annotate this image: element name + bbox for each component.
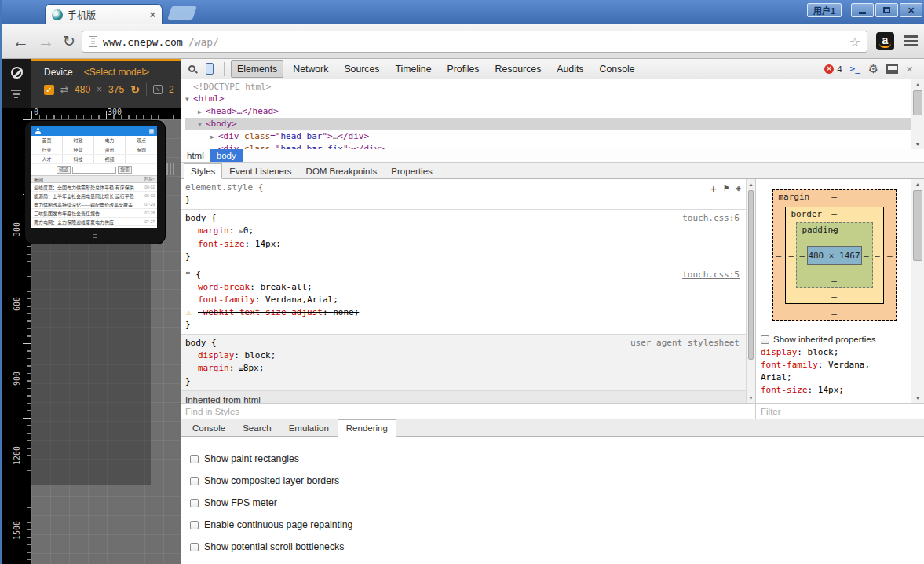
rule-star-touchcss5[interactable]: touch.css:5 * { word-break: break-all; f…	[181, 266, 746, 335]
channel-button[interactable]: 频道	[57, 166, 71, 174]
news-more-link[interactable]: 更多>	[144, 176, 155, 182]
phone-nav-link[interactable]: 行业	[31, 145, 63, 154]
phone-nav-link[interactable]	[126, 155, 157, 163]
crumb-body[interactable]: body	[210, 149, 243, 162]
sidebar-scrollbar[interactable]: ▲ ▼	[911, 179, 924, 403]
boxmodel-margin[interactable]: margin – – border – – padding	[772, 189, 897, 321]
dom-scrollbar[interactable]: ▲ ▼	[911, 79, 924, 149]
computed-filter-input[interactable]	[756, 405, 924, 419]
device-scale-value[interactable]: 2	[169, 84, 174, 95]
option-fps-meter[interactable]: Show FPS meter	[190, 492, 924, 514]
inspect-search-icon[interactable]	[188, 65, 195, 72]
phone-nav-link[interactable]: 资讯	[94, 145, 126, 154]
search-go-button[interactable]: 搜索	[118, 166, 132, 174]
resize-icon[interactable]: ↘	[153, 85, 163, 94]
phone-nav-link[interactable]: 时政	[63, 136, 94, 145]
layers-icon[interactable]	[11, 90, 22, 101]
device-width-field[interactable]: 480	[75, 84, 90, 95]
tab-audits[interactable]: Audits	[550, 60, 590, 78]
checkbox[interactable]	[190, 543, 199, 551]
user-icon[interactable]	[35, 128, 41, 134]
browser-tab[interactable]: 手机版 ×	[45, 4, 163, 24]
phone-nav-link[interactable]: 视频	[94, 155, 126, 163]
drawer-tab-emulation[interactable]: Emulation	[280, 419, 338, 437]
crumb-html[interactable]: html	[181, 149, 210, 162]
tab-elements[interactable]: Elements	[231, 60, 283, 78]
close-button[interactable]: ✕	[900, 3, 922, 17]
phone-nav-link[interactable]: 首页	[31, 136, 63, 145]
news-item[interactable]: 电力体制改革持续深化——输配电价改革全覆盖07-29	[31, 200, 157, 209]
browser-menu-icon[interactable]	[904, 35, 918, 49]
boxmodel-content[interactable]: 480 × 1467	[807, 246, 862, 265]
rule-body-useragent[interactable]: user agent stylesheet body { display: bl…	[181, 335, 746, 391]
styles-scrollbar[interactable]: ▲ ▼	[746, 179, 755, 403]
dom-div-headbarfix[interactable]: <div class="head_bar_fix"></div>	[185, 143, 924, 149]
rule-element-style[interactable]: + ⚑ ◈ element.style { }	[181, 179, 746, 210]
forward-button[interactable]: →	[38, 31, 54, 52]
option-scroll-bottlenecks[interactable]: Show potential scroll bottlenecks	[190, 536, 924, 558]
profile-button[interactable]: 用户1	[807, 3, 842, 17]
tab-timeline[interactable]: Timeline	[389, 60, 438, 78]
option-layer-borders[interactable]: Show composited layer borders	[190, 470, 924, 492]
news-item[interactable]: 三峡集团发布年度社会责任报告07-28	[31, 209, 157, 218]
address-bar[interactable]: www.cnepw.com /wap/ ☆	[82, 31, 867, 53]
tab-sources[interactable]: Sources	[338, 60, 385, 78]
new-tab-button[interactable]	[167, 6, 197, 20]
console-drawer-icon[interactable]: >_	[850, 64, 860, 74]
pin-icon[interactable]: ⚑	[724, 182, 729, 195]
new-style-rule-icon[interactable]: +	[710, 185, 717, 193]
emulate-checkbox[interactable]: ✓	[44, 85, 54, 95]
boxmodel-border[interactable]: border – – padding – – 48	[785, 207, 884, 304]
tab-profiles[interactable]: Profiles	[441, 60, 486, 78]
back-button[interactable]: ←	[13, 31, 29, 52]
phone-nav-link[interactable]: 经营	[63, 145, 94, 154]
dom-doctype[interactable]: <!DOCTYPE html>	[185, 81, 924, 93]
show-inherited-checkbox[interactable]	[761, 335, 769, 344]
devtools-close-icon[interactable]: ×	[906, 64, 913, 75]
swap-dimensions-icon[interactable]: ⇄	[60, 84, 68, 95]
select-model-dropdown[interactable]: <Select model>	[84, 67, 149, 78]
minimize-button[interactable]	[851, 3, 874, 17]
screen-resize-handle[interactable]	[166, 163, 174, 175]
drawer-tab-console[interactable]: Console	[184, 419, 234, 437]
tab-properties[interactable]: Properties	[384, 163, 439, 179]
dom-div-headbar[interactable]: ▶<div class="head_bar">…</div>	[185, 130, 924, 143]
phone-nav-link[interactable]: 专题	[126, 145, 157, 154]
dom-html[interactable]: ▼<html>	[185, 93, 924, 105]
mobile-search-input[interactable]	[72, 167, 116, 174]
bookmark-star-icon[interactable]: ☆	[849, 35, 860, 49]
find-in-styles-input[interactable]	[181, 405, 755, 419]
tab-styles[interactable]: Styles	[184, 163, 222, 179]
tab-console[interactable]: Console	[593, 60, 641, 78]
tab-network[interactable]: Network	[287, 60, 334, 78]
phone-nav-link[interactable]: 科技	[63, 155, 94, 163]
phone-nav-link[interactable]: 电力	[94, 136, 126, 145]
stylesheet-link[interactable]: touch.css:5	[682, 269, 740, 281]
tab-resources[interactable]: Resources	[489, 60, 548, 78]
settings-gear-icon[interactable]: ⚙	[868, 63, 878, 75]
news-item[interactable]: 南方电网：全力保障迎峰度夏电力供应07-27	[31, 218, 157, 226]
dock-side-icon[interactable]	[886, 64, 898, 74]
emulation-refresh-icon[interactable]: ↻	[130, 83, 140, 96]
refresh-button[interactable]: ↻	[63, 31, 75, 52]
option-paint-rectangles[interactable]: Show paint rectangles	[190, 448, 924, 470]
checkbox[interactable]	[190, 499, 199, 507]
drawer-tab-search[interactable]: Search	[234, 419, 279, 437]
news-item[interactable]: 迎峰度夏：全国电力供需形势总体平稳 有序保供08-02	[31, 183, 157, 192]
device-screen[interactable]: ▦ 首页 时政 电力 观点 行业 经营 资讯 专题	[31, 126, 157, 228]
rule-body-touchcss6[interactable]: touch.css:6 body { margin: ▶0; font-size…	[181, 210, 746, 266]
error-badge[interactable]: ✕ 4	[824, 64, 842, 74]
element-state-icon[interactable]: ◈	[736, 182, 741, 195]
option-continuous-repaint[interactable]: Enable continuous page repainting	[190, 514, 924, 536]
device-mode-icon[interactable]	[206, 63, 214, 75]
checkbox[interactable]	[190, 455, 199, 463]
phone-nav-link[interactable]: 人才	[31, 155, 63, 163]
tab-dom-breakpoints[interactable]: DOM Breakpoints	[299, 163, 385, 179]
maximize-button[interactable]	[875, 3, 898, 17]
tab-close-icon[interactable]: ×	[149, 9, 155, 20]
drawer-tab-rendering[interactable]: Rendering	[338, 419, 396, 437]
apps-grid-icon[interactable]: ▦	[148, 128, 154, 134]
amazon-extension-icon[interactable]: a	[876, 32, 894, 50]
home-button-icon[interactable]: ≡	[25, 231, 165, 240]
block-overlay-icon[interactable]	[11, 67, 23, 79]
